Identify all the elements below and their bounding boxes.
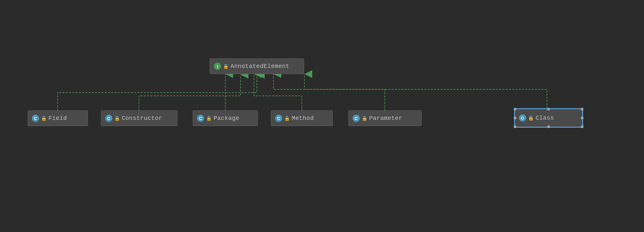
handle-tr <box>581 108 583 110</box>
handle-bm <box>547 125 550 128</box>
node-constructor[interactable]: C 🔒 Constructor <box>101 110 177 126</box>
handle-bl <box>514 125 516 128</box>
handle-ml <box>514 117 516 119</box>
node-annotated-element[interactable]: I 🔒 AnnotatedElement <box>210 58 304 74</box>
handle-tm <box>547 108 550 110</box>
node-label: Class <box>536 115 554 121</box>
node-parameter[interactable]: C 🔒 Parameter <box>348 110 422 126</box>
node-label: Field <box>49 115 67 122</box>
node-label: Method <box>292 115 314 122</box>
interface-icon: I <box>214 63 221 70</box>
node-field[interactable]: C 🔒 Field <box>28 110 88 126</box>
node-label: Parameter <box>369 115 402 122</box>
lock-icon: 🔒 <box>223 64 229 69</box>
class-icon: C <box>275 115 282 122</box>
lock-icon: 🔒 <box>41 116 47 121</box>
handle-br <box>581 125 583 128</box>
class-icon: C <box>32 115 39 122</box>
node-label: Package <box>214 115 239 122</box>
diagram-canvas: I 🔒 AnnotatedElement C 🔒 Field C 🔒 Const… <box>0 0 644 232</box>
node-method[interactable]: C 🔒 Method <box>271 110 333 126</box>
lock-icon: 🔒 <box>284 116 290 121</box>
node-class[interactable]: C 🔒 Class <box>514 109 583 127</box>
class-icon: C <box>105 115 112 122</box>
lock-icon: 🔒 <box>528 115 534 121</box>
class-icon: C <box>197 115 204 122</box>
lock-icon: 🔒 <box>362 116 367 121</box>
node-label: Constructor <box>122 115 162 122</box>
node-label: AnnotatedElement <box>231 63 289 70</box>
handle-mr <box>581 117 583 119</box>
node-package[interactable]: C 🔒 Package <box>193 110 258 126</box>
class-icon: C <box>519 114 526 122</box>
class-icon: C <box>353 115 360 122</box>
lock-icon: 🔒 <box>206 116 212 121</box>
handle-tl <box>514 108 516 110</box>
lock-icon: 🔒 <box>114 116 120 121</box>
